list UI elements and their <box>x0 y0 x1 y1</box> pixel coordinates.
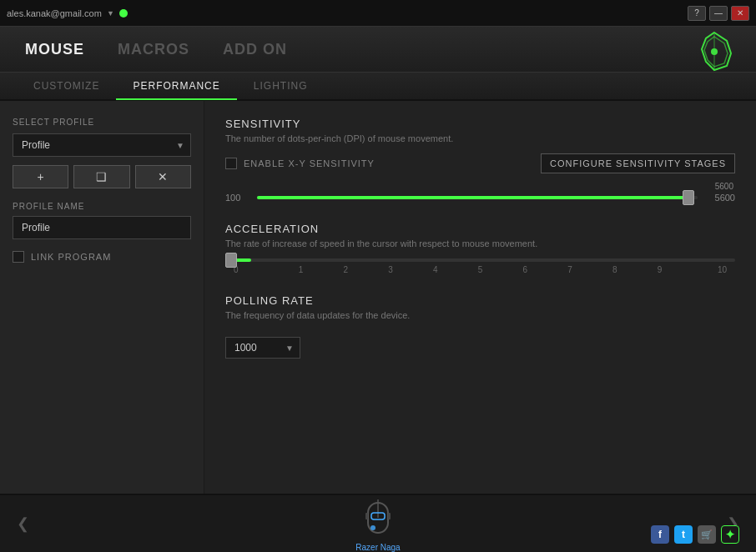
subnav-lighting[interactable]: LIGHTING <box>237 73 325 99</box>
acceleration-ticks: 0 1 2 3 4 5 6 7 8 9 10 <box>225 262 735 274</box>
bottom-bar: ❮ Razer Naga ❯ f t 🛒 ✦ <box>0 494 756 552</box>
twitter-icon[interactable]: t <box>674 525 693 544</box>
sensitivity-desc: The number of dots-per-inch (DPI) of mou… <box>225 133 735 143</box>
link-program-row: LINK PROGRAM <box>13 251 191 263</box>
profile-name-label: PROFILE NAME <box>13 202 191 211</box>
select-profile-label: SELECT PROFILE <box>13 118 191 127</box>
acceleration-slider-thumb[interactable] <box>225 253 237 268</box>
mouse-icon <box>361 496 395 539</box>
acceleration-title: ACCELERATION <box>225 223 735 235</box>
tick-9: 9 <box>638 265 683 274</box>
sensitivity-max-label: 5600 <box>706 193 735 203</box>
sensitivity-min-label: 100 <box>225 193 249 203</box>
acceleration-slider-wrapper <box>225 258 735 262</box>
svg-rect-7 <box>365 513 368 519</box>
left-device-arrow[interactable]: ❮ <box>17 514 29 533</box>
facebook-icon[interactable]: f <box>651 525 669 544</box>
sub-nav: CUSTOMIZE PERFORMANCE LIGHTING <box>0 73 756 101</box>
enable-xy-checkbox[interactable] <box>225 158 237 169</box>
content-area: SENSITIVITY The number of dots-per-inch … <box>204 101 756 494</box>
polling-rate-desc: The frequency of data updates for the de… <box>225 310 735 320</box>
tick-0: 0 <box>234 265 279 274</box>
polling-rate-title: POLLING RATE <box>225 294 735 307</box>
acceleration-desc: The rate of increase of speed in the cur… <box>225 238 735 248</box>
title-bar: ales.kanak@gmail.com ▼ ? — ✕ <box>0 0 756 27</box>
sensitivity-slider-track[interactable] <box>257 196 698 199</box>
tick-4: 4 <box>413 265 458 274</box>
status-dot <box>119 9 128 18</box>
configure-sensitivity-button[interactable]: CONFIGURE SENSITIVITY STAGES <box>541 153 735 173</box>
sensitivity-top-value: 5600 <box>715 182 733 191</box>
add-profile-button[interactable]: + <box>13 165 68 188</box>
minimize-button[interactable]: — <box>709 6 728 21</box>
dropdown-arrow-icon: ▼ <box>107 9 114 18</box>
subnav-performance[interactable]: PERFORMANCE <box>116 73 236 100</box>
tick-1: 1 <box>279 265 324 274</box>
polling-select-wrapper: 125 250 500 1000 ▼ <box>225 337 300 359</box>
sensitivity-title: SENSITIVITY <box>225 118 735 130</box>
nav-mouse[interactable]: MOUSE <box>25 41 84 58</box>
acceleration-section: ACCELERATION The rate of increase of spe… <box>225 223 735 274</box>
enable-xy-row: ENABLE X-Y SENSITIVITY <box>225 158 375 169</box>
sensitivity-header: ENABLE X-Y SENSITIVITY CONFIGURE SENSITI… <box>225 153 735 173</box>
shop-icon[interactable]: 🛒 <box>698 525 716 544</box>
polling-rate-section: POLLING RATE The frequency of data updat… <box>225 294 735 359</box>
tick-10: 10 <box>682 265 727 274</box>
tick-7: 7 <box>547 265 592 274</box>
social-icons: f t 🛒 ✦ <box>651 525 739 544</box>
razer-logo <box>689 28 739 70</box>
sidebar: SELECT PROFILE Profile ▼ + ❑ ✕ PROFILE N… <box>0 101 204 494</box>
link-program-checkbox[interactable] <box>13 251 24 263</box>
sensitivity-slider-fill <box>257 196 688 199</box>
profile-select[interactable]: Profile <box>13 133 191 157</box>
profile-name-input[interactable] <box>13 216 191 239</box>
nav-addon[interactable]: ADD ON <box>223 41 287 58</box>
tick-2: 2 <box>323 265 368 274</box>
sensitivity-slider-wrapper: 100 5600 <box>225 193 735 203</box>
user-email: ales.kanak@gmail.com <box>7 8 102 18</box>
tick-6: 6 <box>502 265 547 274</box>
polling-rate-select[interactable]: 125 250 500 1000 <box>225 337 300 359</box>
enable-xy-label: ENABLE X-Y SENSITIVITY <box>244 158 375 168</box>
link-program-label: LINK PROGRAM <box>31 252 111 262</box>
device-name: Razer Naga <box>355 543 400 552</box>
copy-profile-button[interactable]: ❑ <box>73 165 129 188</box>
tick-8: 8 <box>592 265 638 274</box>
bottom-device: Razer Naga <box>355 496 400 552</box>
svg-point-6 <box>370 525 375 530</box>
top-nav: MOUSE MACROS ADD ON <box>0 27 756 73</box>
title-bar-right: ? — ✕ <box>688 6 749 21</box>
razer-social-icon[interactable]: ✦ <box>721 525 739 544</box>
main-layout: SELECT PROFILE Profile ▼ + ❑ ✕ PROFILE N… <box>0 101 756 494</box>
sensitivity-section: SENSITIVITY The number of dots-per-inch … <box>225 118 735 203</box>
subnav-customize[interactable]: CUSTOMIZE <box>17 73 116 99</box>
tick-5: 5 <box>458 265 503 274</box>
title-bar-left: ales.kanak@gmail.com ▼ <box>7 8 128 18</box>
nav-macros[interactable]: MACROS <box>118 41 189 58</box>
svg-rect-8 <box>388 513 391 519</box>
help-button[interactable]: ? <box>688 6 706 21</box>
acceleration-slider-track[interactable] <box>225 258 735 262</box>
delete-profile-button[interactable]: ✕ <box>135 165 191 188</box>
close-button[interactable]: ✕ <box>731 6 749 21</box>
profile-select-wrapper: Profile ▼ <box>13 133 191 157</box>
tick-3: 3 <box>368 265 413 274</box>
profile-buttons: + ❑ ✕ <box>13 165 191 188</box>
sensitivity-slider-thumb[interactable] <box>683 190 694 205</box>
